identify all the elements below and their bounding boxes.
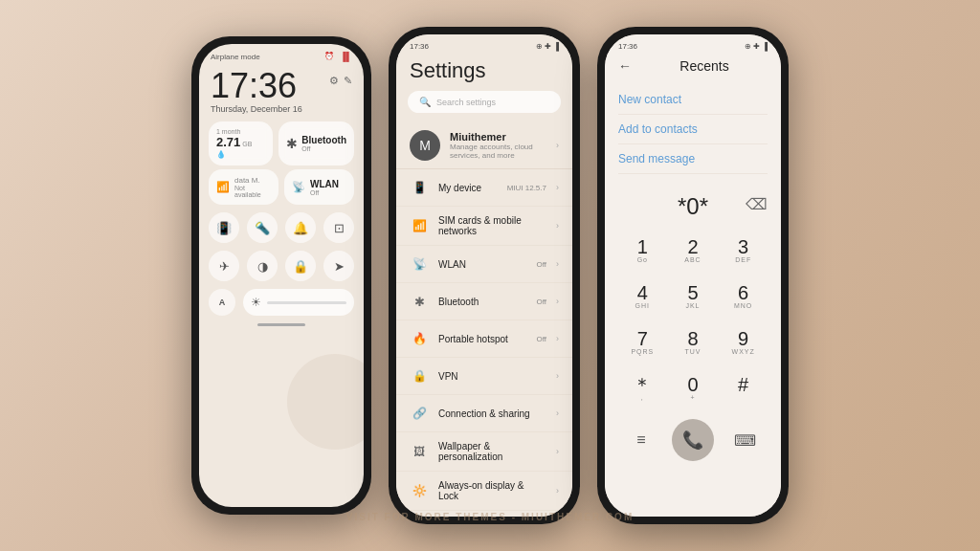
dial-grid: 1 Go 2 ABC 3 DEF 4 GHI 5 JKL: [605, 230, 781, 411]
dial-key-star[interactable]: ＊ ,: [618, 367, 667, 411]
chevron-icon: ›: [556, 486, 559, 496]
call-button[interactable]: 📞: [672, 419, 714, 461]
edit-icon[interactable]: ✎: [344, 75, 352, 87]
add-to-contacts-action[interactable]: Add to contacts: [618, 115, 768, 144]
lockscreen: Airplane mode ⏰ ▐▌ 17:36 Thursday, Decem…: [199, 44, 364, 507]
chevron-icon: ›: [556, 371, 559, 381]
settings-item-mydevice[interactable]: 📱 My device MIUI 12.5.7 ›: [396, 169, 572, 207]
sim-icon: 📶: [410, 216, 429, 235]
avatar: M: [410, 130, 440, 161]
lock-date: Thursday, December 16: [211, 104, 302, 114]
settings-screen: 17:36 ⊕ ✚ ▐ Settings 🔍 Search settings M…: [396, 34, 572, 517]
dialer-title: Recents: [641, 58, 768, 74]
keypad-button[interactable]: ⌨: [729, 425, 760, 455]
dial-key-8[interactable]: 8 TUV: [669, 321, 718, 365]
dial-key-4[interactable]: 4 GHI: [618, 276, 667, 320]
dialer-bottom: ≡ 📞 ⌨: [605, 411, 781, 465]
settings-item-label: My device: [438, 183, 498, 193]
back-button[interactable]: ←: [618, 58, 632, 74]
dialer-screen: 17:36 ⊕ ✚ ▐ ← Recents New contact Add to…: [605, 34, 781, 517]
dial-key-9[interactable]: 9 WXYZ: [719, 321, 768, 365]
phone-dialer: 17:36 ⊕ ✚ ▐ ← Recents New contact Add to…: [597, 27, 789, 524]
settings-item-label: VPN: [438, 371, 546, 382]
brightness-icon: ☀: [251, 296, 261, 309]
settings-title: Settings: [396, 55, 572, 91]
battery-icon: ▐▌: [340, 52, 352, 61]
device-version: MIUI 12.5.7: [507, 184, 546, 192]
home-indicator: [257, 323, 305, 326]
bluetooth-widget: ✱ Bluetooth Off: [278, 121, 354, 165]
brightness-slider[interactable]: ☀: [243, 289, 354, 316]
screen-record-btn[interactable]: ⊡: [323, 212, 354, 243]
vpn-icon: 🔒: [410, 366, 429, 386]
dial-key-6[interactable]: 6 MNO: [719, 276, 768, 320]
phone-lockscreen: Airplane mode ⏰ ▐▌ 17:36 Thursday, Decem…: [191, 36, 371, 515]
alarm-icon: ⏰: [324, 52, 334, 61]
settings-item-connection[interactable]: 🔗 Connection & sharing ›: [396, 395, 572, 432]
search-icon: 🔍: [419, 97, 431, 107]
chevron-icon: ›: [556, 221, 559, 231]
new-contact-action[interactable]: New contact: [618, 85, 768, 115]
dial-key-3[interactable]: 3 DEF: [719, 230, 768, 274]
backspace-button[interactable]: ⌫: [746, 195, 768, 213]
my-device-icon: 📱: [410, 178, 429, 197]
settings-item-vpn[interactable]: 🔒 VPN ›: [396, 358, 572, 395]
chevron-icon: ›: [556, 334, 559, 343]
bluetooth-icon: ✱: [286, 136, 298, 151]
dial-key-7[interactable]: 7 PQRS: [618, 321, 667, 365]
settings-item-bluetooth[interactable]: ✱ Bluetooth Off ›: [396, 283, 572, 320]
connection-icon: 🔗: [410, 404, 429, 423]
data-widget: 1 month 2.71 GB 💧: [209, 121, 273, 165]
wlan-value: Off: [536, 260, 546, 269]
dialer-status-icons: ⊕ ✚ ▐: [745, 42, 768, 51]
lock-btn[interactable]: 🔒: [285, 251, 316, 281]
search-bar[interactable]: 🔍 Search settings: [408, 91, 561, 113]
location-btn[interactable]: ➤: [323, 251, 354, 281]
dialer-display: *0* ⌫: [605, 178, 781, 230]
profile-item[interactable]: M Miuithemer Manage accounts, cloud serv…: [396, 122, 572, 169]
profile-sub: Manage accounts, cloud services, and mor…: [450, 143, 546, 160]
dial-key-5[interactable]: 5 JKL: [669, 276, 718, 320]
wallpaper-icon: 🖼: [410, 442, 429, 461]
settings-item-label: Always-on display & Lock: [438, 480, 546, 501]
chevron-icon: ›: [556, 408, 559, 418]
settings-item-wallpaper[interactable]: 🖼 Wallpaper & personalization ›: [396, 432, 572, 472]
deco-circle: [287, 354, 364, 450]
airplane-mode-label: Airplane mode: [211, 53, 260, 61]
chevron-icon: ›: [556, 183, 559, 192]
settings-item-label: Connection & sharing: [438, 408, 546, 419]
flashlight-btn[interactable]: 🔦: [247, 212, 278, 243]
data-mobile-widget: 📶 data M. Not available: [209, 169, 278, 205]
chevron-icon: ›: [556, 141, 559, 150]
settings-item-wlan[interactable]: 📡 WLAN Off ›: [396, 246, 572, 283]
settings-item-label: SIM cards & mobile networks: [438, 215, 546, 236]
dial-key-hash[interactable]: #: [719, 367, 768, 411]
dial-key-2[interactable]: 2 ABC: [669, 230, 718, 274]
settings-status-icons: ⊕ ✚ ▐: [536, 42, 559, 51]
notification-btn[interactable]: 🔔: [285, 212, 316, 243]
menu-button[interactable]: ≡: [626, 425, 657, 455]
eye-comfort-btn[interactable]: ◑: [247, 251, 278, 281]
bluetooth-value: Off: [536, 298, 546, 306]
settings-item-hotspot[interactable]: 🔥 Portable hotspot Off ›: [396, 320, 572, 358]
settings-item-aod[interactable]: 🔆 Always-on display & Lock ›: [396, 472, 572, 511]
dial-key-0[interactable]: 0 +: [669, 367, 718, 411]
hotspot-icon: 🔥: [410, 329, 429, 348]
watermark: VISIT FOR MORE THEMES - MIUITHEMER.COM: [346, 512, 634, 522]
wlan-icon: 📡: [410, 254, 429, 274]
settings-status-time: 17:36: [410, 42, 429, 51]
hotspot-value: Off: [536, 335, 546, 343]
profile-name: Miuithemer: [450, 131, 546, 143]
send-message-action[interactable]: Send message: [618, 144, 768, 174]
dial-key-1[interactable]: 1 Go: [618, 230, 667, 274]
keyboard-btn[interactable]: A: [209, 289, 235, 316]
vibrate-btn[interactable]: 📳: [209, 212, 239, 243]
chevron-icon: ›: [556, 447, 559, 456]
settings-item-sim[interactable]: 📶 SIM cards & mobile networks ›: [396, 207, 572, 246]
airplane-btn[interactable]: ✈: [209, 251, 239, 281]
aod-icon: 🔆: [410, 481, 429, 500]
bluetooth-icon: ✱: [410, 292, 429, 311]
phone-settings: 17:36 ⊕ ✚ ▐ Settings 🔍 Search settings M…: [389, 27, 580, 524]
settings-icon[interactable]: ⚙: [329, 75, 339, 87]
chevron-icon: ›: [556, 297, 559, 306]
